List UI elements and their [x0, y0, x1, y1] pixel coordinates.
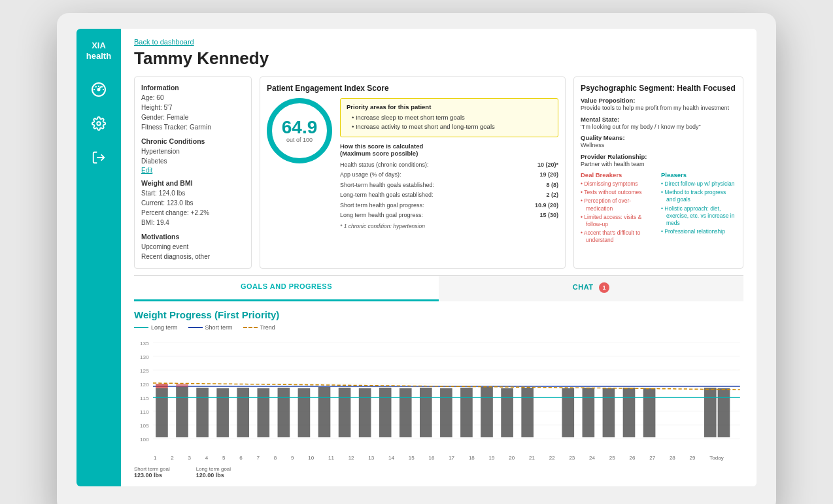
- legend-short-term: Short term: [188, 324, 233, 331]
- svg-text:125: 125: [140, 368, 149, 374]
- chronic-title: Chronic Conditions: [141, 137, 245, 145]
- svg-rect-38: [521, 388, 534, 437]
- calc-row-3: Short-term health goals established:8 (8…: [340, 181, 558, 190]
- chart-section: Weight Progress (First Priority) Long te…: [121, 301, 756, 486]
- chart-container: 135 130 125 120 115 110 105 100: [134, 336, 743, 454]
- svg-rect-21: [176, 387, 188, 437]
- svg-rect-42: [623, 388, 636, 437]
- svg-rect-20: [156, 388, 168, 437]
- score-sub: out of 100: [286, 137, 313, 143]
- mental-value: "I'm looking out for my body / I know my…: [581, 124, 701, 130]
- info-basics: Age: 60Height: 5'7Gender: FemaleFitness …: [141, 93, 245, 132]
- score-circle: 64.9 out of 100: [267, 98, 332, 163]
- tab-goals[interactable]: GOALS AND PROGRESS: [134, 276, 439, 301]
- svg-rect-37: [501, 388, 513, 437]
- calc-row-6: Long term health goal progress:15 (30): [340, 211, 558, 220]
- quality-label: Quality Means:: [581, 134, 625, 141]
- edit-link[interactable]: Edit: [141, 167, 152, 174]
- priority-title: Priority areas for this patient: [347, 103, 552, 110]
- speedometer-icon[interactable]: [86, 76, 112, 103]
- svg-rect-27: [298, 388, 311, 437]
- quality-section: Quality Means: Wellness: [581, 134, 736, 150]
- back-link[interactable]: Back to dashboard: [134, 38, 743, 46]
- svg-rect-36: [481, 387, 493, 437]
- short-term-goal-label: Short term goal: [134, 466, 170, 472]
- pleasers-item-4: • Professional relationship: [661, 228, 736, 235]
- value-prop-section: Value Proposition: Provide tools to help…: [581, 97, 736, 112]
- mental-section: Mental State: "I'm looking out for my bo…: [581, 116, 736, 131]
- psychographic-panel: Psychographic Segment: Health Focused Va…: [573, 76, 743, 269]
- svg-rect-33: [420, 388, 432, 437]
- calc-section: How this score is calculated(Maximum sco…: [340, 143, 558, 229]
- psycho-title: Psychographic Segment: Health Focused: [581, 84, 736, 93]
- chronic-list: HypertensionDiabetes: [141, 146, 245, 166]
- svg-rect-24: [237, 388, 249, 437]
- chat-badge: 1: [599, 282, 609, 293]
- pleasers-item-2: • Method to track progress and goals: [661, 189, 736, 203]
- provider-value: Partner with health team: [581, 161, 645, 167]
- svg-rect-39: [562, 388, 574, 437]
- svg-rect-22: [196, 388, 209, 437]
- value-prop-value: Provide tools to help me profit from my …: [581, 105, 729, 111]
- info-title: Information: [141, 84, 245, 92]
- calc-row-5: Short term health goal progress:10.9 (20…: [340, 201, 558, 210]
- svg-text:110: 110: [140, 409, 149, 415]
- svg-text:135: 135: [140, 341, 149, 346]
- calc-row-4: Long-term health goals established:2 (2): [340, 191, 558, 200]
- short-term-goal: Short term goal 123.00 lbs: [134, 466, 170, 479]
- engagement-title: Patient Engagement Index Score: [267, 84, 558, 93]
- deal-pleasers-row: Deal Breakers • Dismissing symptoms • Te…: [581, 171, 736, 244]
- svg-rect-28: [318, 387, 331, 437]
- deal-item-4: • Limited access: visits & follow-up: [581, 214, 656, 228]
- tab-chat[interactable]: CHAT 1: [439, 276, 743, 301]
- short-term-goal-value: 123.00 lbs: [134, 472, 170, 479]
- pleasers: Pleasers • Direct follow-up w/ physician…: [661, 171, 736, 244]
- mental-label: Mental State:: [581, 116, 619, 123]
- svg-rect-26: [278, 388, 290, 437]
- chart-bottom: Short term goal 123.00 lbs Long term goa…: [134, 466, 743, 479]
- motivations-list: Upcoming eventRecent diagnosis, other: [141, 242, 245, 261]
- provider-section: Provider Relationship: Partner with heal…: [581, 153, 736, 169]
- priority-item-2: • Increase activity to meet short and lo…: [352, 122, 552, 131]
- app-logo: XIA health: [86, 41, 111, 61]
- weight-details: Start: 124.0 lbsCurrent: 123.0 lbsPercen…: [141, 188, 245, 227]
- settings-icon[interactable]: [86, 110, 112, 137]
- svg-text:105: 105: [140, 423, 149, 429]
- priority-item-1: • Increase sleep to meet short term goal…: [352, 113, 552, 122]
- calc-note: * 1 chronic condition: hypertension: [340, 223, 558, 229]
- logout-icon[interactable]: [86, 144, 112, 171]
- svg-point-2: [97, 122, 101, 126]
- weight-chart-svg: 135 130 125 120 115 110 105 100: [134, 336, 743, 454]
- weight-title: Weight and BMI: [141, 179, 245, 187]
- deal-breakers: Deal Breakers • Dismissing symptoms • Te…: [581, 171, 656, 244]
- svg-text:130: 130: [140, 354, 149, 360]
- long-term-goal-label: Long term goal: [196, 466, 231, 472]
- calc-row-2: App usage (% of days):19 (20): [340, 171, 558, 180]
- svg-rect-31: [379, 388, 392, 437]
- top-panels: Information Age: 60Height: 5'7Gender: Fe…: [134, 76, 743, 269]
- pleasers-title: Pleasers: [661, 171, 736, 178]
- svg-rect-32: [400, 388, 412, 437]
- priority-box: Priority areas for this patient • Increa…: [340, 98, 558, 137]
- engagement-panel: Patient Engagement Index Score 64.9 out …: [260, 76, 566, 269]
- svg-rect-44: [704, 388, 717, 437]
- legend-long-term: Long term: [134, 324, 178, 331]
- pleasers-item-1: • Direct follow-up w/ physician: [661, 180, 736, 188]
- chart-x-labels: 12345 678910 1112131415 1617181920 21222…: [134, 455, 743, 461]
- svg-text:100: 100: [140, 437, 149, 443]
- quality-value: Wellness: [581, 142, 604, 148]
- svg-rect-50: [176, 384, 188, 387]
- svg-rect-23: [216, 388, 229, 437]
- value-prop-label: Value Proposition:: [581, 97, 635, 104]
- pleasers-item-3: • Holistic approach: diet, exercise, etc…: [661, 205, 736, 227]
- svg-point-1: [98, 89, 100, 91]
- tab-row: GOALS AND PROGRESS CHAT 1: [134, 275, 743, 301]
- svg-rect-49: [156, 384, 168, 388]
- deal-item-1: • Dismissing symptoms: [581, 180, 656, 188]
- motivations-title: Motivations: [141, 233, 245, 241]
- svg-rect-29: [339, 388, 351, 437]
- long-term-goal-value: 120.00 lbs: [196, 472, 231, 479]
- svg-rect-41: [603, 388, 615, 437]
- provider-label: Provider Relationship:: [581, 153, 647, 160]
- calc-title: How this score is calculated(Maximum sco…: [340, 143, 558, 157]
